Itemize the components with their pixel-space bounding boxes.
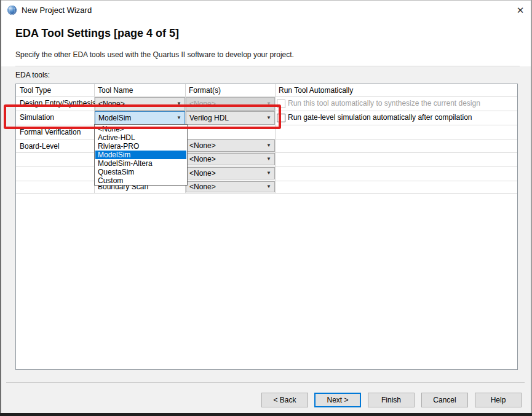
wizard-header-band xyxy=(1,19,531,66)
run-tool-checkbox-simulation[interactable] xyxy=(277,114,285,122)
chevron-down-icon: ▼ xyxy=(266,143,271,148)
window-border-bottom xyxy=(0,413,532,416)
page-title: EDA Tool Settings [page 4 of 5] xyxy=(15,27,179,40)
row-label-formal-verification: Formal Verification xyxy=(20,128,81,136)
combo-value: <None> xyxy=(189,100,216,108)
chevron-down-icon: ▼ xyxy=(266,184,271,189)
combo-value: <None> xyxy=(98,100,125,108)
column-header-tool-name: Tool Name xyxy=(98,86,133,95)
run-tool-label-simulation: Run gate-level simulation automatically … xyxy=(288,113,472,122)
run-tool-checkbox-design-entry xyxy=(277,100,285,108)
combo-value: <None> xyxy=(189,169,216,178)
eda-tools-label: EDA tools: xyxy=(15,71,50,79)
chevron-down-icon: ▼ xyxy=(266,156,271,162)
dropdown-item-riviera-pro[interactable]: Riviera-PRO xyxy=(95,142,186,151)
dropdown-item-questasim[interactable]: QuestaSim xyxy=(95,168,186,176)
close-button[interactable]: ✕ xyxy=(512,3,529,18)
row-label-design-entry-synthesis: Design Entry/Synthesis xyxy=(20,99,96,108)
new-project-wizard-window: { "window": { "title": "New Project Wiza… xyxy=(0,0,532,416)
eda-tools-table: Tool Type Tool Name Format(s) Run Tool A… xyxy=(15,84,518,370)
quartus-app-icon xyxy=(7,5,17,15)
dropdown-item-active-hdl[interactable]: Active-HDL xyxy=(95,133,186,142)
help-button[interactable]: Help xyxy=(475,393,522,407)
close-icon: ✕ xyxy=(517,5,525,16)
chevron-down-icon: ▼ xyxy=(266,170,271,176)
format-combo-board-level-1[interactable]: <None> ▼ xyxy=(186,139,275,152)
column-header-formats: Format(s) xyxy=(189,86,221,95)
footer-separator xyxy=(6,382,525,383)
chevron-down-icon: ▼ xyxy=(177,115,181,120)
combo-value: <None> xyxy=(189,155,216,163)
row-label-simulation: Simulation xyxy=(20,113,54,122)
run-tool-label-design-entry: Run this tool automatically to synthesiz… xyxy=(288,99,480,108)
next-button[interactable]: Next > xyxy=(314,393,361,407)
chevron-down-icon: ▼ xyxy=(266,101,271,106)
cancel-button[interactable]: Cancel xyxy=(421,393,468,407)
grid-line xyxy=(16,125,517,125)
back-button[interactable]: < Back xyxy=(261,393,308,407)
tool-name-combo-simulation[interactable]: ModelSim ▼ xyxy=(95,111,185,125)
window-title: New Project Wizard xyxy=(22,6,92,15)
dropdown-item-modelsim-altera[interactable]: ModelSim-Altera xyxy=(95,159,186,168)
combo-value: Verilog HDL xyxy=(189,114,229,122)
format-combo-board-level-3[interactable]: <None> ▼ xyxy=(186,167,275,179)
tool-name-dropdown-list: <None> Active-HDL Riviera-PRO ModelSim M… xyxy=(94,124,188,186)
column-header-tool-type: Tool Type xyxy=(20,86,51,95)
dropdown-item-none[interactable]: <None> xyxy=(95,125,186,133)
grid-line xyxy=(16,193,517,194)
combo-value: <None> xyxy=(189,141,216,150)
column-header-run-tool: Run Tool Automatically xyxy=(279,86,353,95)
tool-name-combo-design-entry[interactable]: <None> ▼ xyxy=(95,97,185,111)
title-bar: New Project Wizard ✕ xyxy=(1,1,531,19)
combo-value: <None> xyxy=(189,182,216,191)
chevron-down-icon: ▼ xyxy=(177,101,181,106)
combo-value: ModelSim xyxy=(98,114,131,122)
row-label-board-level: Board-Level xyxy=(20,142,60,151)
dropdown-item-custom[interactable]: Custom xyxy=(95,176,186,185)
finish-button[interactable]: Finish xyxy=(368,393,415,407)
format-combo-simulation[interactable]: Verilog HDL ▼ xyxy=(186,111,275,125)
format-combo-boundary-scan[interactable]: <None> ▼ xyxy=(186,181,275,192)
format-combo-design-entry: <None> ▼ xyxy=(186,97,275,111)
header-separator xyxy=(15,66,520,66)
page-subtitle: Specify the other EDA tools used with th… xyxy=(15,50,294,59)
dropdown-item-modelsim[interactable]: ModelSim xyxy=(95,151,186,159)
format-combo-board-level-2[interactable]: <None> ▼ xyxy=(186,153,275,165)
chevron-down-icon: ▼ xyxy=(266,115,271,120)
